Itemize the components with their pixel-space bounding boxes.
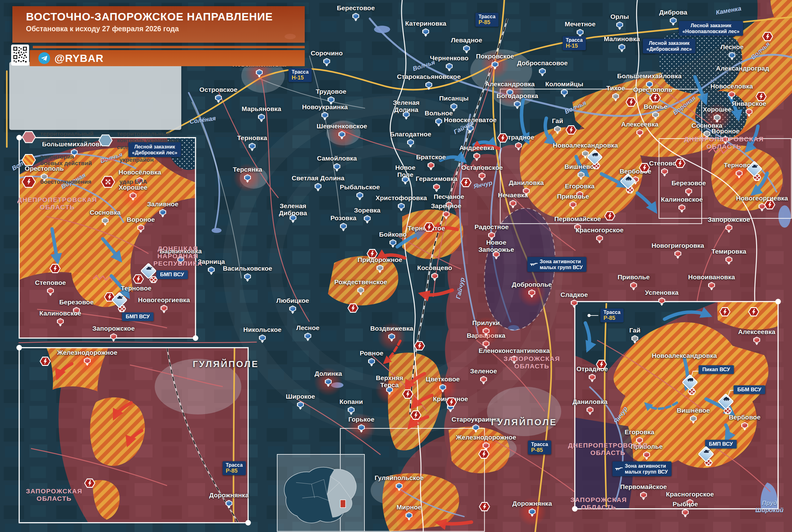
town-label: Орестополь xyxy=(633,86,672,93)
town-label: Вишнёвое xyxy=(677,407,710,414)
town-label: Березовое xyxy=(59,299,93,306)
town-marker-pointer xyxy=(584,156,587,160)
forest-reserve-sign: Лесной заказник «Новопавловский лес» xyxy=(679,21,743,36)
town-label: Воздвижевка xyxy=(370,325,413,332)
town-marker-ua xyxy=(670,17,677,24)
town-label: Ровное xyxy=(360,350,383,357)
town-marker-rf xyxy=(480,376,487,383)
legend-item: укрепрайон xyxy=(101,156,154,163)
town-marker-rf xyxy=(47,288,54,294)
town-marker-pointer xyxy=(482,382,485,386)
town-marker-ua xyxy=(446,63,453,70)
town-marker-ua xyxy=(297,401,304,408)
clash-icon xyxy=(133,274,144,284)
town-marker-pointer xyxy=(86,364,89,367)
town-marker-rf xyxy=(708,282,715,289)
unit-sign: БМП ВСУ xyxy=(705,440,737,449)
town-marker-contested xyxy=(377,265,383,271)
town-marker-pointer xyxy=(340,137,343,141)
road-sign-word: Трасса xyxy=(226,462,243,468)
town-marker-pointer xyxy=(660,304,663,307)
town-marker-pointer xyxy=(618,28,621,32)
town-marker-contested xyxy=(102,217,109,224)
river-label: Пруд Широкий xyxy=(755,499,784,514)
town-label: Герасимовка xyxy=(416,175,457,183)
town-label: Цветковое xyxy=(426,376,460,383)
town-label: Шевченковское xyxy=(317,123,367,130)
town-marker-pointer xyxy=(390,340,393,343)
town-marker-pointer xyxy=(49,294,52,298)
town-marker-rf xyxy=(161,305,167,311)
fortified-line-icon xyxy=(101,159,115,160)
town-marker-rf xyxy=(137,225,144,231)
town-label: Зоревка xyxy=(354,207,380,214)
town-label: Рыбальское xyxy=(340,184,380,191)
town-marker-ua xyxy=(226,500,232,507)
legend-item: территориальный контроль сил РФ xyxy=(22,131,93,144)
clash-icon xyxy=(604,211,615,221)
town-label: Егоровка xyxy=(625,429,654,436)
town-label: Коломийцы xyxy=(545,81,584,88)
town-marker-ua xyxy=(577,29,584,36)
town-marker-pointer xyxy=(366,222,369,225)
town-label: Розовка xyxy=(331,215,356,222)
town-label: Любицкое xyxy=(276,297,309,304)
town-label: Сорочино xyxy=(310,50,343,57)
town-marker-ua xyxy=(258,114,265,120)
town-marker-ua xyxy=(334,163,340,170)
town-marker-rf xyxy=(678,205,685,211)
town-marker-rf xyxy=(661,168,668,175)
town-marker-pointer xyxy=(692,422,695,425)
town-marker-pointer xyxy=(571,208,574,211)
town-label: Прилуки xyxy=(472,320,500,327)
town-marker-rf xyxy=(685,188,692,194)
town-label: Темировка xyxy=(712,248,746,255)
town-label: Егоровка xyxy=(565,183,595,190)
town-marker-rf xyxy=(431,273,438,279)
town-label: Дорожнянка xyxy=(209,492,249,499)
town-marker-pointer xyxy=(163,311,166,315)
river-label: Вороная xyxy=(672,94,697,116)
town-marker-pointer xyxy=(680,211,683,214)
town-label: Вольное xyxy=(425,110,453,117)
unit-sign: Пикап ВСУ xyxy=(699,365,734,374)
town-label: Мирное xyxy=(397,504,421,511)
town-marker-pointer xyxy=(743,429,746,432)
town-marker-pointer xyxy=(556,132,559,136)
town-label: Копани xyxy=(339,398,363,405)
town-label: Первомайское xyxy=(620,483,667,491)
town-label: Светлая Долина xyxy=(292,175,344,182)
town-marker-ua xyxy=(426,82,432,88)
region-label: ЗАПОРОЖСКАЯ ОБЛАСТЬ xyxy=(504,355,560,370)
town-marker-pointer xyxy=(258,75,261,79)
town-marker-pointer xyxy=(317,189,320,193)
town-marker-pointer xyxy=(306,339,309,343)
town-marker-pointer xyxy=(710,288,713,292)
town-marker-pointer xyxy=(360,431,363,434)
town-label: Покровское xyxy=(476,53,514,60)
town-marker-ua xyxy=(407,139,414,146)
town-label: Катериновка xyxy=(405,20,446,27)
region-label: ДНЕПРОПЕТРОВСКАЯ ОБЛАСТЬ xyxy=(17,196,97,211)
town-marker-ua xyxy=(616,22,623,28)
town-marker-rf xyxy=(57,318,64,325)
legend-item: территория боевых действий xyxy=(22,153,92,167)
drone-strike-legend-icon xyxy=(101,176,115,188)
clash-icon xyxy=(347,303,359,313)
town-marker-rf xyxy=(658,298,665,304)
town-marker-ua xyxy=(348,407,355,413)
town-label: Александровка xyxy=(485,81,535,88)
river-label: Волчья xyxy=(750,40,771,61)
town-label: Хорошее xyxy=(703,106,731,113)
river-label: Янчур xyxy=(473,179,493,190)
town-marker-ua xyxy=(304,333,311,339)
town-label: Вороное xyxy=(712,128,740,135)
town-marker-pointer xyxy=(354,19,357,23)
river-label: Волчья xyxy=(412,59,436,73)
region-label: ЗАПОРОЖСКАЯ ОБЛАСТЬ xyxy=(26,488,82,502)
town-label: Косовцево xyxy=(417,264,452,271)
town-marker-ua xyxy=(561,89,568,96)
town-marker-pointer xyxy=(638,135,641,139)
town-marker-rf xyxy=(746,109,752,115)
town-marker-rf xyxy=(569,201,577,208)
